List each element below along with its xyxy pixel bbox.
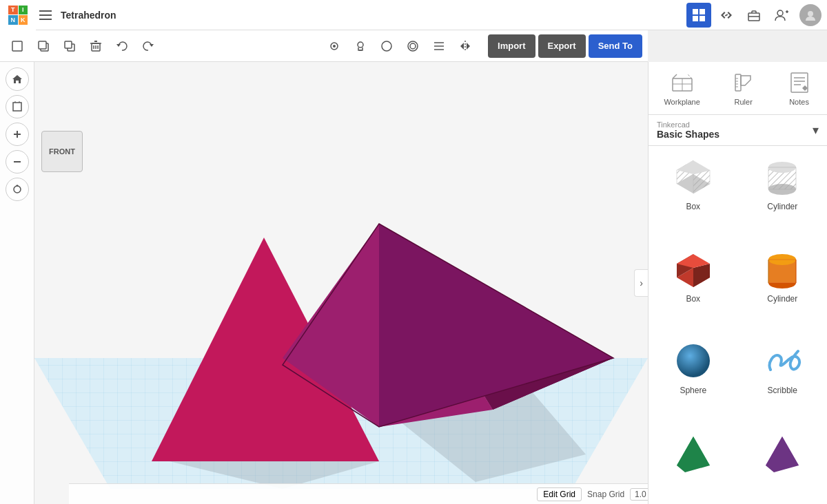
- svg-point-15: [808, 11, 813, 17]
- shape-cylinder-gray-label: Cylinder: [767, 202, 797, 211]
- snap-value-text: 1.0 mm: [635, 490, 648, 499]
- shapes-category: Tinkercad: [657, 120, 719, 129]
- shape-tool-2-button[interactable]: [401, 34, 425, 58]
- light-button[interactable]: [349, 34, 372, 58]
- svg-marker-27: [116, 44, 121, 47]
- shape-box-red-label: Box: [686, 294, 700, 304]
- svg-point-48: [14, 186, 21, 193]
- svg-rect-5: [693, 16, 698, 21]
- svg-line-54: [673, 74, 677, 78]
- svg-rect-42: [13, 103, 21, 111]
- svg-rect-6: [700, 16, 705, 21]
- project-name[interactable]: Tetrahedron: [55, 10, 122, 21]
- shape-cylinder-gray[interactable]: Cylinder: [738, 146, 828, 238]
- delete-button[interactable]: [84, 34, 108, 58]
- notes-label: Notes: [789, 98, 809, 106]
- tinkercad-logo[interactable]: T I N K: [0, 0, 36, 30]
- svg-marker-28: [150, 44, 154, 47]
- svg-point-12: [777, 10, 783, 16]
- svg-marker-91: [766, 437, 799, 472]
- shapes-header: Tinkercad Basic Shapes ▾: [649, 115, 827, 146]
- edit-grid-button[interactable]: Edit Grid: [537, 487, 582, 501]
- ruler-icon: [731, 70, 756, 95]
- front-view-face[interactable]: FRONT: [41, 131, 83, 172]
- mirror-button[interactable]: [453, 34, 477, 58]
- undo-button[interactable]: [110, 34, 134, 58]
- copy-button[interactable]: [32, 34, 55, 58]
- svg-rect-56: [735, 74, 741, 91]
- shape-pyramid-green[interactable]: [649, 422, 738, 505]
- shape-scribble[interactable]: Scribble: [738, 330, 828, 422]
- shape-box-gray-label: Box: [686, 202, 700, 211]
- shape-box-red[interactable]: Box: [649, 238, 738, 330]
- shape-cylinder-orange[interactable]: Cylinder: [738, 238, 828, 330]
- left-panel: [0, 62, 34, 504]
- zoom-in-button[interactable]: [6, 123, 29, 146]
- svg-marker-89: [677, 437, 710, 472]
- rotate-button[interactable]: [6, 178, 29, 201]
- briefcase-icon[interactable]: [742, 3, 766, 28]
- camera-button[interactable]: [323, 34, 346, 58]
- shape-scribble-label: Scribble: [768, 386, 797, 395]
- svg-marker-66: [802, 85, 808, 91]
- shape-pyramid-purple[interactable]: [738, 422, 828, 505]
- project-menu-icon[interactable]: [39, 8, 52, 22]
- svg-marker-40: [460, 43, 464, 50]
- right-panel: Workplane Ruler: [648, 62, 827, 504]
- svg-point-30: [333, 45, 336, 48]
- shapes-grid: Box Cylinder: [649, 146, 827, 504]
- home-view-button[interactable]: [6, 67, 29, 91]
- svg-rect-18: [39, 41, 46, 49]
- workplane-tool[interactable]: Workplane: [658, 67, 705, 109]
- view-cube[interactable]: FRONT: [41, 131, 90, 179]
- svg-rect-1: [39, 14, 52, 16]
- ruler-tool[interactable]: Ruler: [726, 67, 762, 109]
- svg-rect-20: [65, 41, 72, 48]
- svg-rect-3: [693, 9, 698, 14]
- main-toolbar: Import Export Send To: [0, 30, 648, 62]
- code-icon[interactable]: [714, 3, 739, 28]
- shape-cylinder-orange-label: Cylinder: [767, 294, 797, 304]
- logo-i: I: [19, 6, 28, 15]
- collapse-panel-button[interactable]: ›: [634, 269, 648, 297]
- svg-marker-41: [467, 43, 470, 50]
- shape-box-gray[interactable]: Box: [649, 146, 738, 238]
- 3d-scene[interactable]: [34, 62, 648, 504]
- logo-k: K: [19, 15, 28, 25]
- add-user-icon[interactable]: [769, 3, 794, 28]
- new-shape-button[interactable]: [6, 34, 29, 58]
- ruler-label: Ruler: [735, 98, 753, 106]
- svg-rect-0: [39, 10, 52, 12]
- 3d-viewport[interactable]: FRONT: [34, 62, 648, 504]
- top-right-icons: [686, 3, 827, 28]
- svg-rect-2: [39, 19, 52, 20]
- sendto-button[interactable]: Send To: [589, 34, 642, 58]
- shape-sphere-label: Sphere: [680, 386, 706, 395]
- shape-sphere-blue[interactable]: Sphere: [649, 330, 738, 422]
- svg-rect-16: [12, 41, 22, 51]
- notes-tool[interactable]: Notes: [782, 67, 817, 109]
- zoom-fit-button[interactable]: [6, 95, 29, 118]
- svg-rect-9: [725, 14, 728, 17]
- export-button[interactable]: Export: [538, 34, 586, 58]
- zoom-out-button[interactable]: [6, 150, 29, 174]
- grid-view-icon[interactable]: [686, 3, 711, 28]
- notes-icon: [787, 70, 812, 95]
- shapes-title: Basic Shapes: [657, 129, 719, 140]
- svg-line-55: [688, 74, 692, 78]
- svg-point-87: [677, 344, 710, 377]
- duplicate-button[interactable]: [58, 34, 81, 58]
- svg-point-35: [410, 43, 416, 49]
- right-tools: Workplane Ruler: [649, 62, 827, 115]
- redo-button[interactable]: [136, 34, 160, 58]
- svg-point-33: [382, 41, 391, 51]
- shapes-dropdown-button[interactable]: ▾: [813, 123, 819, 138]
- import-button[interactable]: Import: [488, 34, 535, 58]
- svg-point-34: [408, 41, 418, 51]
- snap-value[interactable]: 1.0 mm ▲: [630, 488, 648, 501]
- align-button[interactable]: [427, 34, 451, 58]
- svg-rect-4: [700, 9, 705, 14]
- workplane-icon: [670, 70, 695, 95]
- shape-tool-1-button[interactable]: [375, 34, 398, 58]
- avatar[interactable]: [799, 4, 821, 26]
